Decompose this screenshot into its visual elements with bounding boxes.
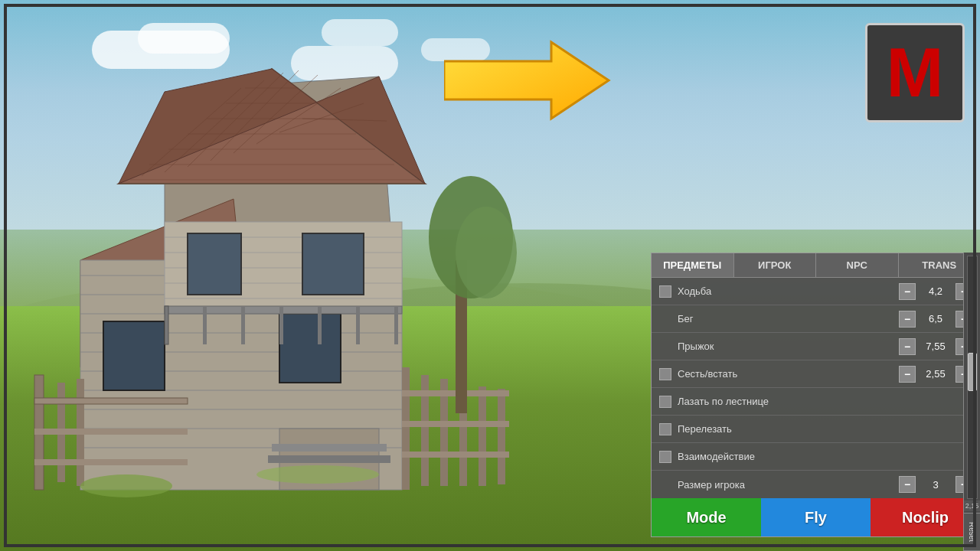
reset-button[interactable]: Reset xyxy=(963,513,980,551)
svg-rect-55 xyxy=(34,429,188,435)
row-lazar: Лазать по лестнице xyxy=(652,388,980,416)
svg-rect-41 xyxy=(165,306,168,344)
tab-predmety[interactable]: ПРЕДМЕТЫ xyxy=(652,253,734,277)
row-vzaim: Взаимодействие xyxy=(652,443,980,471)
m-logo: M xyxy=(865,23,965,122)
label-pryzhok: Прыжок xyxy=(678,341,899,352)
svg-rect-45 xyxy=(318,306,322,344)
row-hodba: Ходьба − 4,2 + xyxy=(652,278,980,305)
svg-rect-37 xyxy=(302,233,364,295)
row-razmer: Размер игрока − 3 + xyxy=(652,471,980,498)
value-sest: 2,55 xyxy=(920,368,951,380)
scrollbar[interactable]: 2,15 xyxy=(963,253,980,513)
label-vzaim: Взаимодействие xyxy=(678,451,972,462)
direction-arrow xyxy=(444,34,612,126)
settings-panel: ПРЕДМЕТЫ ИГРОК NPC TRANS Ходьба − 4,2 + … xyxy=(651,253,980,537)
label-hodba: Ходьба xyxy=(678,285,899,297)
controls-hodba: − 4,2 + xyxy=(899,283,972,300)
checkbox-vzaim[interactable] xyxy=(659,451,671,463)
tab-igrok[interactable]: ИГРОК xyxy=(734,253,817,277)
value-razmer: 3 xyxy=(920,479,951,491)
minus-hodba[interactable]: − xyxy=(899,283,916,300)
controls-razmer: − 3 + xyxy=(899,476,972,493)
svg-rect-50 xyxy=(268,455,390,463)
svg-rect-62 xyxy=(498,389,505,484)
svg-rect-61 xyxy=(479,386,486,486)
svg-rect-42 xyxy=(203,306,207,344)
panel-body: Ходьба − 4,2 + Бег − 6,5 + Прыжок − 7,55 xyxy=(652,278,980,498)
svg-rect-49 xyxy=(272,444,387,452)
svg-rect-43 xyxy=(241,306,245,344)
label-lazar: Лазать по лестнице xyxy=(678,396,972,407)
value-hodba: 4,2 xyxy=(920,285,951,297)
row-perlez: Перелезать xyxy=(652,416,980,443)
scroll-value: 2,15 xyxy=(964,500,980,511)
label-beg: Бег xyxy=(678,313,899,324)
svg-rect-56 xyxy=(34,459,188,465)
value-beg: 6,5 xyxy=(920,313,951,324)
row-beg: Бег − 6,5 + xyxy=(652,305,980,333)
controls-pryzhok: − 7,55 + xyxy=(899,338,972,355)
m-logo-letter: M xyxy=(887,38,944,107)
row-pryzhok: Прыжок − 7,55 + xyxy=(652,333,980,360)
scroll-track[interactable] xyxy=(967,256,978,499)
checkbox-lazar[interactable] xyxy=(659,396,671,408)
label-razmer: Размер игрока xyxy=(678,479,899,491)
svg-rect-57 xyxy=(402,367,410,490)
panel-tabs: ПРЕДМЕТЫ ИГРОК NPC TRANS xyxy=(652,253,980,278)
svg-rect-36 xyxy=(188,233,241,295)
svg-rect-47 xyxy=(394,306,398,344)
svg-rect-39 xyxy=(279,314,341,383)
checkbox-perlez[interactable] xyxy=(659,423,671,435)
svg-point-69 xyxy=(80,474,172,497)
controls-sest: − 2,55 + xyxy=(899,366,972,383)
svg-point-68 xyxy=(456,207,517,298)
minus-beg[interactable]: − xyxy=(899,311,916,328)
checkbox-sest[interactable] xyxy=(659,368,671,380)
svg-point-70 xyxy=(256,465,379,484)
fly-button[interactable]: Fly xyxy=(761,498,871,536)
checkbox-hodba[interactable] xyxy=(659,285,671,298)
controls-beg: − 6,5 + xyxy=(899,311,972,328)
minus-razmer[interactable]: − xyxy=(899,476,916,493)
row-sest: Сесть/встать − 2,55 + xyxy=(652,360,980,388)
minus-pryzhok[interactable]: − xyxy=(899,338,916,355)
tab-npc[interactable]: NPC xyxy=(816,253,899,277)
mode-button[interactable]: Mode xyxy=(652,498,761,536)
value-pryzhok: 7,55 xyxy=(920,341,951,352)
bottom-bar: Mode Fly Noclip xyxy=(652,498,980,536)
label-perlez: Перелезать xyxy=(678,423,972,435)
svg-rect-64 xyxy=(402,421,509,427)
svg-rect-54 xyxy=(34,398,188,404)
svg-rect-44 xyxy=(279,306,283,344)
minus-sest[interactable]: − xyxy=(899,366,916,383)
scroll-thumb[interactable] xyxy=(968,353,977,391)
svg-rect-65 xyxy=(402,452,509,458)
label-sest: Сесть/встать xyxy=(678,368,899,380)
svg-rect-46 xyxy=(356,306,360,344)
svg-marker-71 xyxy=(444,42,609,119)
svg-rect-38 xyxy=(103,321,165,390)
